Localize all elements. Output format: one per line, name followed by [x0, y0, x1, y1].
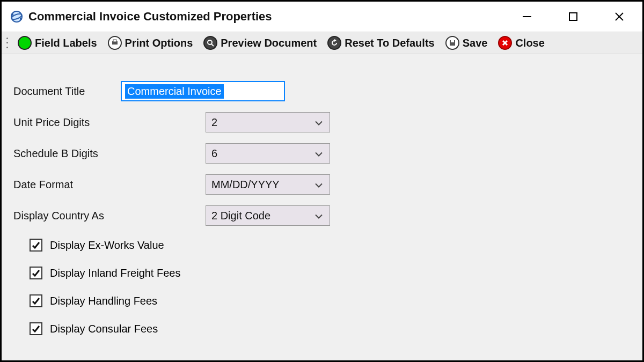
save-button[interactable]: Save: [441, 35, 492, 51]
svg-point-10: [208, 40, 212, 45]
unit-price-digits-row: Unit Price Digits 2: [13, 107, 631, 138]
field-labels-button[interactable]: Field Labels: [13, 35, 101, 51]
titlebar: Commercial Invoice Customized Properties: [2, 2, 642, 32]
save-icon: [445, 36, 459, 50]
chevron-down-icon: [314, 179, 323, 191]
window-title: Commercial Invoice Customized Properties: [28, 10, 272, 24]
svg-point-2: [11, 13, 13, 16]
field-labels-icon: [18, 36, 32, 50]
chevron-down-icon: [314, 116, 323, 129]
svg-point-3: [20, 18, 22, 20]
maximize-button[interactable]: [550, 2, 596, 32]
document-title-label: Document Title: [13, 85, 121, 98]
document-title-row: Document Title Commercial Invoice: [13, 76, 631, 107]
close-window-button[interactable]: [596, 2, 642, 32]
schedule-b-digits-row: Schedule B Digits 6: [13, 138, 631, 169]
display-handling-row: Display Handling Fees: [13, 287, 631, 315]
unit-price-digits-label: Unit Price Digits: [13, 116, 121, 129]
display-ex-works-checkbox[interactable]: [30, 239, 42, 252]
display-ex-works-row: Display Ex-Works Value: [13, 231, 631, 259]
schedule-b-digits-label: Schedule B Digits: [13, 147, 121, 160]
display-inland-freight-checkbox[interactable]: [30, 267, 42, 279]
toolbar-grip: [5, 36, 9, 50]
field-labels-label: Field Labels: [35, 37, 97, 49]
unit-price-digits-value: 2: [211, 116, 217, 129]
chevron-down-icon: [314, 147, 323, 160]
reset-defaults-label: Reset To Defaults: [345, 37, 434, 49]
display-country-as-label: Display Country As: [13, 210, 121, 222]
display-country-as-value: 2 Digit Code: [211, 210, 270, 222]
print-options-label: Print Options: [125, 37, 193, 49]
svg-rect-9: [113, 40, 116, 42]
display-consular-row: Display Consular Fees: [13, 315, 631, 343]
svg-line-11: [211, 44, 214, 46]
svg-rect-13: [451, 40, 454, 42]
close-label: Close: [515, 37, 544, 49]
preview-document-label: Preview Document: [221, 37, 317, 49]
print-icon: [108, 36, 122, 50]
display-inland-freight-label: Display Inland Freight Fees: [50, 267, 180, 279]
document-title-input[interactable]: Commercial Invoice: [121, 81, 285, 101]
display-consular-label: Display Consular Fees: [50, 323, 158, 335]
caption-buttons: [504, 2, 642, 32]
save-label: Save: [463, 37, 488, 49]
reset-defaults-button[interactable]: Reset To Defaults: [323, 35, 438, 51]
date-format-label: Date Format: [13, 179, 121, 191]
close-icon: [498, 36, 512, 50]
reset-icon: [327, 36, 341, 50]
svg-rect-5: [569, 13, 577, 20]
display-handling-label: Display Handling Fees: [50, 295, 157, 307]
schedule-b-digits-value: 6: [211, 147, 217, 160]
content-area: Document Title Commercial Invoice Unit P…: [2, 54, 642, 360]
display-country-as-select[interactable]: 2 Digit Code: [206, 205, 330, 226]
date-format-value: MM/DD/YYYY: [211, 179, 280, 191]
display-country-as-row: Display Country As 2 Digit Code: [13, 200, 631, 231]
close-button[interactable]: Close: [494, 35, 548, 51]
date-format-row: Date Format MM/DD/YYYY: [13, 169, 631, 200]
preview-document-button[interactable]: Preview Document: [199, 35, 321, 51]
unit-price-digits-select[interactable]: 2: [206, 112, 330, 132]
display-handling-checkbox[interactable]: [30, 294, 42, 307]
toolbar: Field Labels Print Options Preview Docum…: [2, 32, 642, 54]
display-consular-checkbox[interactable]: [30, 322, 42, 335]
window-frame: Commercial Invoice Customized Properties…: [0, 0, 644, 362]
document-title-value: Commercial Invoice: [125, 84, 224, 99]
print-options-button[interactable]: Print Options: [104, 35, 197, 51]
app-icon: [9, 9, 24, 24]
display-inland-freight-row: Display Inland Freight Fees: [13, 259, 631, 287]
schedule-b-digits-select[interactable]: 6: [206, 143, 330, 164]
date-format-select[interactable]: MM/DD/YYYY: [206, 174, 330, 195]
minimize-button[interactable]: [504, 2, 550, 32]
preview-icon: [203, 36, 217, 50]
chevron-down-icon: [314, 210, 323, 222]
display-ex-works-label: Display Ex-Works Value: [50, 239, 164, 252]
